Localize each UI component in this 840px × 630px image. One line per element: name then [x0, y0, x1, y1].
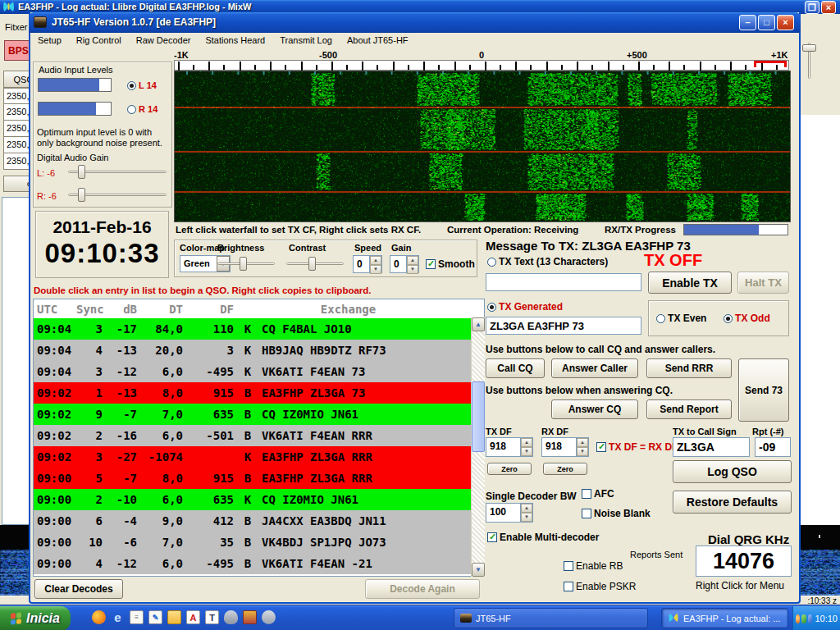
- menu-rig-control[interactable]: Rig Control: [69, 33, 129, 48]
- rpt-input[interactable]: [755, 437, 791, 457]
- decode-row[interactable]: 09:023-27-1074KEA3FHP ZL3GA RRR: [34, 446, 471, 468]
- tx-generated-radio[interactable]: TX Generated: [487, 301, 563, 313]
- taskbar-item-jt65[interactable]: JT65-HF: [454, 608, 648, 628]
- waterfall-display[interactable]: [174, 71, 791, 222]
- audio-left-label: L 14: [139, 80, 157, 90]
- firefox-icon[interactable]: [92, 610, 106, 624]
- jt65-window: JT65-HF Version 1.0.7 [de EA3FHP] – □ × …: [29, 12, 801, 604]
- clear-decodes-button[interactable]: Clear Decodes: [34, 579, 123, 599]
- bw-value: 100: [486, 504, 520, 522]
- decode-row[interactable]: 09:0010-67,035BVK4BDJ SP1JPQ JO73: [34, 532, 471, 553]
- enable-rb-checkbox[interactable]: Enable RB: [564, 560, 623, 572]
- decode-row[interactable]: 09:043-1784,0110KCQ F4BAL JO10: [34, 318, 471, 340]
- decode-again-button[interactable]: Decode Again: [365, 579, 480, 599]
- acrobat-icon[interactable]: A: [186, 610, 200, 624]
- decode-row[interactable]: 09:021-138,0915BEA3FHP ZL3GA 73: [34, 382, 471, 404]
- mixw-right-pane: [799, 115, 840, 525]
- decode-row[interactable]: 09:006-49,0412BJA4CXX EA3BDQ JN11: [34, 510, 471, 532]
- network-icon[interactable]: [262, 610, 276, 624]
- answer-cq-button[interactable]: Answer CQ: [551, 399, 638, 419]
- tray-orange-icon[interactable]: [796, 614, 800, 623]
- menu-setup[interactable]: Setup: [30, 33, 69, 48]
- brightness-slider[interactable]: [217, 257, 275, 271]
- audio-left-radio[interactable]: L 14: [127, 80, 157, 90]
- afc-checkbox[interactable]: AFC: [582, 488, 614, 500]
- tray-green-icon[interactable]: [801, 614, 806, 623]
- enable-pskr-checkbox[interactable]: Enable PSKR: [564, 581, 636, 592]
- tx-text-input[interactable]: [486, 273, 641, 291]
- bw-spinner[interactable]: 100 ▲▼: [486, 503, 533, 523]
- decode-row[interactable]: 09:005-78,0915BEA3FHP ZL3GA RRR: [34, 468, 471, 489]
- decode-rows[interactable]: 09:043-1784,0110KCQ F4BAL JO1009:044-132…: [34, 318, 471, 574]
- menu-stations-heard[interactable]: Stations Heard: [198, 33, 272, 48]
- tx-generated-input[interactable]: [486, 317, 641, 335]
- df-link-checkbox[interactable]: TX DF = RX DF: [596, 441, 678, 453]
- noise-blank-checkbox[interactable]: Noise Blank: [582, 508, 651, 519]
- call-cq-button[interactable]: Call CQ: [486, 358, 545, 378]
- share-icon[interactable]: [224, 610, 238, 624]
- wordpad-icon[interactable]: ✎: [148, 610, 162, 624]
- tray-user-icon[interactable]: [808, 614, 812, 623]
- decode-list[interactable]: UTC Sync dB DT DF Exchange 09:043-1784,0…: [33, 299, 485, 577]
- tx-even-radio[interactable]: TX Even: [656, 313, 706, 324]
- close-button[interactable]: ×: [777, 15, 794, 30]
- start-button[interactable]: Inicia: [0, 606, 71, 630]
- speed-spinner[interactable]: 0 ▲▼: [353, 255, 382, 273]
- taskbar-item-mixw-label: EA3FHP - Log actual: ...: [683, 614, 780, 623]
- menu-raw-decoder[interactable]: Raw Decoder: [129, 33, 199, 48]
- decode-row[interactable]: 09:022-166,0-501BVK6ATI F4EAN RRR: [34, 425, 471, 446]
- send-report-button[interactable]: Send Report: [646, 399, 732, 419]
- answer-caller-button[interactable]: Answer Caller: [551, 358, 638, 378]
- media-icon[interactable]: [243, 610, 257, 624]
- enable-tx-button[interactable]: Enable TX: [648, 272, 732, 294]
- dial-qrg-value-box[interactable]: 14076: [696, 546, 792, 577]
- taskbar-item-mixw[interactable]: EA3FHP - Log actual: ...: [661, 608, 788, 628]
- send-73-button[interactable]: Send 73: [738, 358, 789, 422]
- rpt-label: Rpt (-#): [752, 427, 784, 436]
- tx-text-radio[interactable]: TX Text (13 Characters): [487, 256, 608, 267]
- jt65-titlebar[interactable]: JT65-HF Version 1.0.7 [de EA3FHP] – □ ×: [29, 12, 801, 33]
- mixw-vertical-slider[interactable]: [802, 43, 816, 79]
- decode-row[interactable]: 09:002-106,0635KCQ IZ0MIO JN61: [34, 489, 471, 510]
- contrast-slider[interactable]: [286, 257, 344, 271]
- contrast-label: Contrast: [289, 243, 326, 253]
- rxdf-spinner[interactable]: 918 ▲▼: [541, 437, 589, 457]
- col-sync: Sync: [76, 303, 103, 316]
- rxdf-zero-button[interactable]: Zero: [543, 463, 587, 475]
- multi-decoder-checkbox[interactable]: Enable Multi-decoder: [487, 532, 599, 543]
- audio-right-radio[interactable]: R 14: [127, 104, 158, 114]
- restore-defaults-button[interactable]: Restore Defaults: [673, 491, 792, 514]
- log-qso-button[interactable]: Log QSO: [673, 460, 792, 483]
- tx-odd-radio[interactable]: TX Odd: [724, 313, 770, 324]
- menu-about-jt65-hf[interactable]: About JT65-HF: [340, 33, 416, 48]
- tx-odd-label: TX Odd: [735, 313, 770, 324]
- txdf-zero-button[interactable]: Zero: [487, 463, 532, 475]
- to-call-input[interactable]: [673, 437, 750, 457]
- menu-transmit-log[interactable]: Transmit Log: [272, 33, 340, 48]
- mixw-close-button[interactable]: ×: [821, 1, 836, 14]
- ie-icon[interactable]: e: [111, 610, 125, 624]
- mixw-restore-button[interactable]: ❐: [805, 1, 819, 14]
- decode-row[interactable]: 09:029-77,0635BCQ IZ0MIO JN61: [34, 404, 471, 425]
- smooth-checkbox[interactable]: Smooth: [426, 258, 475, 270]
- gain-left-slider[interactable]: [68, 165, 167, 179]
- minimize-button[interactable]: –: [739, 15, 756, 30]
- halt-tx-button[interactable]: Halt TX: [737, 272, 789, 294]
- mixw-menu-fitxer[interactable]: Fitxer: [5, 22, 28, 32]
- decode-scrollbar[interactable]: ▲ ▼: [471, 317, 485, 577]
- maximize-button[interactable]: □: [758, 15, 775, 30]
- txdf-spinner[interactable]: 918 ▲▼: [486, 437, 533, 457]
- decode-row[interactable]: 09:044-1320,03KHB9JAQ HB9DTZ RF73: [34, 340, 471, 361]
- start-label: Inicia: [26, 611, 60, 626]
- noise-blank-label: Noise Blank: [594, 508, 651, 519]
- tx-generated-label: TX Generated: [499, 301, 563, 313]
- gain-spinner[interactable]: 0 ▲▼: [390, 255, 419, 273]
- decode-row[interactable]: 09:043-126,0-495KVK6ATI F4EAN 73: [34, 361, 471, 382]
- notepad-icon[interactable]: ≡: [130, 610, 144, 624]
- waterfall-ruler[interactable]: [174, 60, 789, 71]
- folder-icon[interactable]: [167, 610, 181, 624]
- gain-right-slider[interactable]: [68, 188, 167, 202]
- font-icon[interactable]: T: [205, 610, 219, 624]
- decode-row[interactable]: 09:004-126,0-495BVK6ATI F4EAN -21: [34, 553, 471, 574]
- send-rrr-button[interactable]: Send RRR: [646, 358, 732, 378]
